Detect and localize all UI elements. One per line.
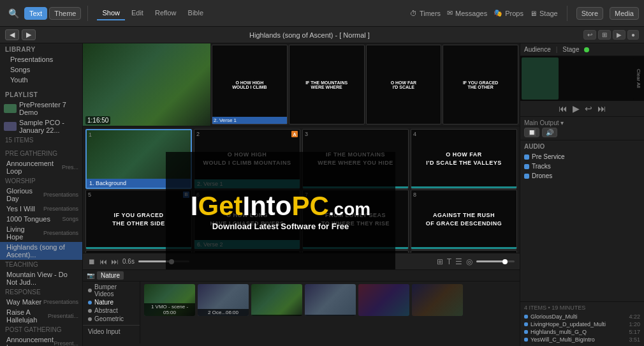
output-btn-2[interactable]: 🔊 <box>542 128 557 137</box>
worship-item-post-announcement[interactable]: Announcement Loop Present... <box>0 335 82 346</box>
tab-show[interactable]: Show <box>97 6 125 20</box>
media-sidebar-bumper2[interactable]: Bumper Videos <box>83 283 140 298</box>
audio-list-item-1[interactable]: LivingHope_D_updated_Multi 1:20 <box>524 320 640 328</box>
store-btn[interactable]: Store <box>576 7 603 20</box>
media-thumb-0[interactable]: 1 VMO - scene - 05:00 <box>144 284 195 316</box>
media-sidebar-abstract[interactable]: Abstract <box>83 306 140 315</box>
playlist-item-1[interactable]: Sample PCO - January 22... <box>0 117 82 135</box>
playlist-item-0[interactable]: PrePresenter 7 Demo <box>0 100 82 117</box>
slide-cell-5[interactable]: 5 B IF YOU GRACEDTHE OTHER SIDE <box>85 190 192 250</box>
media-thumb-label-1: 2 Oce...06:00 <box>198 309 249 316</box>
next-icon[interactable]: ⏭ <box>111 257 119 266</box>
slide-cell-4[interactable]: 4 O HOW FARI'D SCALE THE VALLEYS <box>411 129 517 189</box>
worship-item-announcement[interactable]: Announcement Loop Pres... <box>0 158 82 176</box>
nav-next-btn[interactable]: ▶ <box>22 29 36 40</box>
right-prev-thumb-1[interactable] <box>522 57 559 100</box>
audio-item-tracks[interactable]: Tracks <box>524 162 640 171</box>
worship-item-raise[interactable]: Raise A Hallelujah Presentati... <box>0 307 82 325</box>
sidebar-item-presentations[interactable]: Presentations <box>0 54 82 64</box>
stop-icon[interactable]: ⏹ <box>88 257 96 266</box>
prev-icon[interactable]: ⏮ <box>99 257 107 266</box>
clear-all-btn[interactable]: Clear All <box>636 69 641 88</box>
audio-list-item-0[interactable]: GloriousDay_Multi 4:22 <box>524 313 640 320</box>
worship-item-waymaker[interactable]: Way Maker Presentations <box>0 297 82 307</box>
preview-slide-1[interactable]: O HOW HIGHWOULD I CLIMB 2. Verse 1 <box>212 45 288 124</box>
worship-item-highlands[interactable]: Highlands (song of Ascent)... <box>0 242 82 260</box>
audio-item-drones[interactable]: Drones <box>524 171 640 181</box>
playlist-thumb-1 <box>4 122 17 131</box>
grid-icon[interactable]: ⊞ <box>437 257 443 266</box>
main-layout: LIBRARY Presentations Songs Youth PLAYLI… <box>0 43 644 346</box>
tab-edit[interactable]: Edit <box>126 6 149 20</box>
record-btn[interactable]: ● <box>627 30 639 40</box>
media-btn[interactable]: Media <box>610 7 639 20</box>
text-tool-btn[interactable]: Text <box>24 7 47 20</box>
stage-section: 🖥 Stage <box>530 10 558 17</box>
media-thumb-2[interactable] <box>251 284 302 316</box>
worship-item-glorious[interactable]: Glorious Day Presentations <box>0 186 82 204</box>
worship-item-1000[interactable]: 1000 Tongues Songs <box>0 214 82 224</box>
output-btn-1[interactable]: 🔲 <box>524 128 539 137</box>
yes-tag: Presentations <box>43 206 78 212</box>
nav-prev-btn[interactable]: ◀ <box>5 29 19 40</box>
raise-tag: Presentati... <box>48 313 78 319</box>
slide-text-6: O HOW LONGHAVE I CHASED RIVERS <box>208 209 287 230</box>
right-prev-thumb-3[interactable] <box>597 57 634 100</box>
slide-text-5: IF YOU GRACEDTHE OTHER SIDE <box>110 209 168 230</box>
play-btn-small[interactable]: ▶ <box>613 30 626 40</box>
section-response: Response <box>0 287 82 297</box>
time-slider[interactable] <box>138 260 189 262</box>
circle-icon[interactable]: ◎ <box>466 257 472 266</box>
preview-slide-3[interactable]: O HOW FARI'D SCALE <box>366 45 442 124</box>
audio-list-label-2: Highlands_multi_G_Q <box>531 329 587 335</box>
slide-cell-3[interactable]: 3 IF THE MOUNTAINSWERE WHERE YOU HIDE <box>302 129 409 189</box>
media-thumb-5[interactable] <box>412 284 463 316</box>
right-prev-thumb-2[interactable] <box>559 57 596 100</box>
play-ctrl-btn[interactable]: ▶ <box>573 103 580 114</box>
media-sidebar-nature[interactable]: Nature <box>83 298 140 306</box>
bumper-label2: Bumper Videos <box>94 283 135 297</box>
right-sidebar: Audience | Stage Clear All ⏮ ▶ ↩ ⏭ <box>520 43 644 346</box>
loop-btn[interactable]: ↩ <box>583 30 596 40</box>
slide-cell-8[interactable]: 8 AGAINST THE RUSHOF GRACE DESCENDING <box>411 190 517 250</box>
audio-list-name-3: YesWill_C_Multi_BigIntro <box>524 336 595 343</box>
stage-online-dot <box>584 47 589 52</box>
media-tab-nature[interactable]: Nature <box>97 271 124 280</box>
slide-cell-6[interactable]: 6 O HOW LONGHAVE I CHASED RIVERS 6. Vers… <box>194 190 300 250</box>
sidebar-item-youth[interactable]: Youth <box>0 75 82 85</box>
worship-item-living[interactable]: Living Hope Presentations <box>0 224 82 242</box>
slide-cell-12[interactable]: 12 I WOULD SEARCHAND STOP AT NOTHING <box>411 250 517 253</box>
worship-item-yes[interactable]: Yes I Will Presentations <box>0 204 82 214</box>
media-sidebar-geo[interactable]: Geometric <box>83 315 140 323</box>
center-main: 1:16:50 O HOW HIGHWOULD I CLIMB 2. Verse… <box>83 43 520 346</box>
slide-cell-10[interactable]: 10 IN THE HIGHLANDSAND THE HEARTACHE 10.… <box>194 250 300 253</box>
worship-item-mountain[interactable]: Mountain View - Do Not Jud... <box>0 269 82 287</box>
tab-reflow[interactable]: Reflow <box>150 6 182 20</box>
preview-slide-2[interactable]: IF THE MOUNTAINSWERE WHERE <box>289 45 365 124</box>
search-btn[interactable]: 🔍 <box>5 6 22 20</box>
theme-tool-btn[interactable]: Theme <box>49 7 81 20</box>
audio-list-item-2[interactable]: Highlands_multi_G_Q 5:17 <box>524 328 640 336</box>
grid-btn[interactable]: ⊞ <box>598 30 611 40</box>
slide-cell-2[interactable]: 2 A O HOW HIGHWOULD I CLIMB MOUNTAINS 2.… <box>194 129 300 189</box>
media-thumb-3[interactable] <box>305 284 356 316</box>
slide-cell-7[interactable]: 7 FROM LOWLY SEASTO WHERE THEY RISE <box>302 190 409 250</box>
media-thumb-1[interactable]: 2 Oce...06:00 <box>198 284 249 316</box>
media-thumb-4[interactable] <box>358 284 409 316</box>
zoom-slider[interactable] <box>476 260 515 262</box>
preview-slide-4[interactable]: IF YOU GRACEDTHE OTHER <box>443 45 518 124</box>
text-icon[interactable]: T <box>447 257 451 266</box>
tab-bible[interactable]: Bible <box>183 6 209 20</box>
replay-ctrl-btn[interactable]: ↩ <box>585 103 592 114</box>
audio-item-preservice[interactable]: Pre Service <box>524 152 640 162</box>
slide-cell-1[interactable]: 1 1. Background <box>85 129 192 189</box>
audio-list-item-3[interactable]: YesWill_C_Multi_BigIntro 3:51 <box>524 336 640 343</box>
slide-cell-9[interactable]: 9 FROM THE SOURCEOF ITS SUPPLY <box>85 250 192 253</box>
slide-num-6: 6 <box>196 192 200 198</box>
sidebar-item-songs[interactable]: Songs <box>0 64 82 75</box>
media-sidebar-video-input[interactable]: Video Input <box>83 327 140 336</box>
slide-cell-11[interactable]: 11 YOU'RE NEITHER MOREOR LESS INCLINED <box>302 250 409 253</box>
next-ctrl-btn[interactable]: ⏭ <box>597 103 606 114</box>
prev-ctrl-btn[interactable]: ⏮ <box>559 103 567 114</box>
list-icon[interactable]: ☰ <box>455 257 462 266</box>
